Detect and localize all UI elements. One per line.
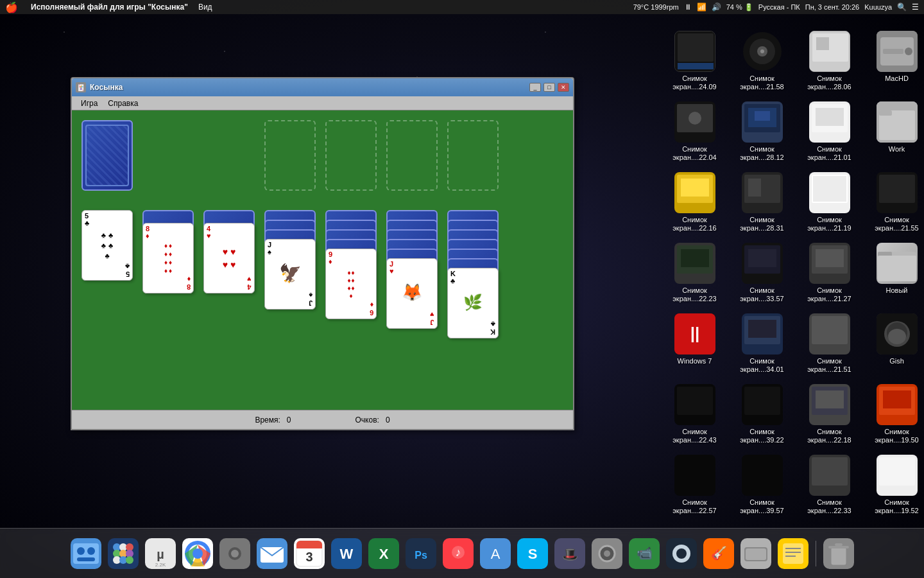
icon-img — [674, 172, 715, 213]
icon-label: Снимок экран....39.57 — [733, 498, 791, 515]
icon-img — [742, 243, 783, 284]
svg-text:♪: ♪ — [455, 546, 461, 559]
svg-text:A: A — [490, 546, 500, 562]
desktop-icon[interactable]: Новый — [863, 238, 924, 308]
desktop-icon[interactable]: Снимок экран....22.33 — [796, 450, 863, 520]
desktop-icon[interactable]: Снимок экран....21.58 — [728, 26, 796, 96]
desktop-icon[interactable]: Снимок экран....22.16 — [661, 167, 728, 238]
desktop-icon[interactable]: Снимок экран....39.22 — [728, 379, 796, 450]
desktop-icon[interactable]: Снимок экран....19.52 — [863, 450, 924, 520]
game-area[interactable]: 5♣ 5♣ ♣♣ ♣♣ ♣ 8♦ 8♦ ♦♦ — [72, 110, 573, 410]
close-button[interactable]: ✕ — [558, 83, 569, 92]
icon-label: Новый — [886, 286, 908, 295]
dock-item-word[interactable]: W — [329, 536, 364, 571]
desktop-icon[interactable]: Снимок экран....28.06 — [796, 26, 863, 96]
desktop-icon[interactable]: Gish — [863, 308, 924, 379]
icon-label: Снимок экран....22.16 — [666, 216, 724, 232]
desktop-icon[interactable]: Снимок экран....22.23 — [661, 238, 728, 308]
desktop-icon[interactable]: Снимок экран....28.12 — [728, 96, 796, 167]
desktop-icon[interactable]: Снимок экран....22.43 — [661, 379, 728, 450]
dock-item-systemprefs[interactable] — [218, 536, 252, 571]
desktop-icon[interactable]: Снимок экран....21.01 — [796, 96, 863, 167]
app-name[interactable]: Исполняемый файл для игры "Косынка" — [26, 3, 193, 12]
dock-item-steam[interactable] — [664, 536, 699, 571]
dock-item-mail[interactable] — [255, 536, 289, 571]
desktop-icon[interactable]: Снимок экран....28.31 — [728, 167, 796, 238]
desktop-icon[interactable]: Снимок экран....19.50 — [863, 379, 924, 450]
desktop-icon[interactable]: Снимок экран....39.57 — [728, 450, 796, 520]
svg-point-16 — [689, 112, 701, 125]
desktop-icon[interactable]: Снимок экран....21.55 — [863, 167, 924, 238]
maximize-button[interactable]: □ — [543, 83, 555, 92]
desktop-icon[interactable]: Снимок экран....21.27 — [796, 238, 863, 308]
dock-item-appstore[interactable]: A — [478, 536, 513, 571]
svg-rect-20 — [755, 111, 770, 121]
desktop-icon[interactable]: Снимок экран....21.51 — [796, 308, 863, 379]
dock-item-excel[interactable]: X — [366, 536, 401, 571]
svg-text:3: 3 — [305, 550, 312, 564]
dock-item-alfred[interactable]: 🎩 — [552, 536, 587, 571]
svg-rect-37 — [879, 175, 915, 203]
svg-point-91 — [126, 556, 133, 564]
menu-list[interactable]: ☰ — [912, 3, 919, 12]
foundation-1[interactable] — [264, 120, 316, 191]
desktop-icon[interactable]: Снимок экран....22.57 — [661, 450, 728, 520]
svg-rect-49 — [878, 256, 916, 281]
desktop-icon[interactable]: Снимок экран....24.09 — [661, 26, 728, 96]
icon-label: Снимок экран....21.51 — [801, 357, 859, 374]
desktop-icon[interactable]: MacHD — [863, 26, 924, 96]
dock-item-photoshop[interactable]: Ps — [404, 536, 438, 571]
dock-item-garageband[interactable]: 🎸 — [701, 536, 736, 571]
svg-rect-145 — [835, 543, 843, 546]
tableau-col-0[interactable]: 5♣ 5♣ ♣♣ ♣♣ ♣ — [81, 210, 133, 281]
minimize-button[interactable]: _ — [529, 83, 541, 92]
svg-rect-1 — [678, 33, 714, 62]
desktop-icon[interactable]: Снимок экран....33.57 — [728, 238, 796, 308]
desktop-icon[interactable]: Снимок экран....22.04 — [661, 96, 728, 167]
menu-volume: 🔊 — [712, 3, 721, 12]
svg-rect-74 — [812, 457, 848, 486]
desktop-icon[interactable]: || Windows 7 — [661, 308, 728, 379]
svg-rect-107 — [296, 545, 322, 548]
game-window-buttons: _ □ ✕ — [529, 83, 569, 92]
dock-item-keyboard[interactable] — [739, 536, 773, 571]
icon-img — [742, 172, 783, 213]
desktop-icon[interactable]: Work — [863, 96, 924, 167]
foundation-2[interactable] — [325, 120, 377, 191]
menu-help[interactable]: Справка — [103, 98, 143, 109]
desktop-icon[interactable]: Снимок экран....21.19 — [796, 167, 863, 238]
menu-search[interactable]: 🔍 — [897, 3, 907, 12]
dock-item-calendar[interactable]: 3 — [292, 536, 327, 571]
icon-img — [809, 455, 850, 496]
dock-item-itunes[interactable]: ♪ — [441, 536, 475, 571]
svg-point-60 — [888, 329, 906, 344]
svg-point-79 — [77, 547, 85, 555]
svg-text:🎩: 🎩 — [561, 547, 578, 562]
icon-label: Снимок экран....19.52 — [868, 498, 925, 515]
menu-game[interactable]: Игра — [76, 98, 103, 109]
dock-item-notes[interactable] — [776, 536, 810, 571]
desktop-icon[interactable]: Снимок экран....22.18 — [796, 379, 863, 450]
dock-item-sprocket[interactable] — [590, 536, 624, 571]
dock-item-trash[interactable] — [821, 536, 856, 571]
deck[interactable] — [81, 120, 133, 191]
dock-item-finder[interactable] — [69, 536, 103, 571]
dock-item-utorrent[interactable]: µ2.2K — [143, 536, 178, 571]
icon-img — [877, 455, 918, 496]
dock-item-chrome[interactable] — [180, 536, 215, 571]
menu-vid[interactable]: Вид — [193, 3, 218, 12]
svg-rect-26 — [879, 110, 892, 116]
foundation-4[interactable] — [447, 120, 499, 191]
icon-img — [674, 243, 715, 284]
dock-item-skype[interactable]: S — [515, 536, 550, 571]
desktop-icon[interactable]: Снимок экран....34.01 — [728, 308, 796, 379]
apple-menu[interactable]: 🍎 — [5, 1, 18, 13]
icon-img — [809, 172, 850, 213]
dock-item-facetime[interactable]: 📹 — [627, 536, 662, 571]
dock-item-launchpad[interactable] — [106, 536, 141, 571]
icon-label: Снимок экран....28.06 — [801, 74, 859, 91]
menu-language[interactable]: Русская - ПК — [758, 3, 800, 11]
foundation-3[interactable] — [386, 120, 438, 191]
icon-label: Снимок экран....22.18 — [801, 428, 859, 444]
svg-rect-81 — [77, 557, 95, 561]
